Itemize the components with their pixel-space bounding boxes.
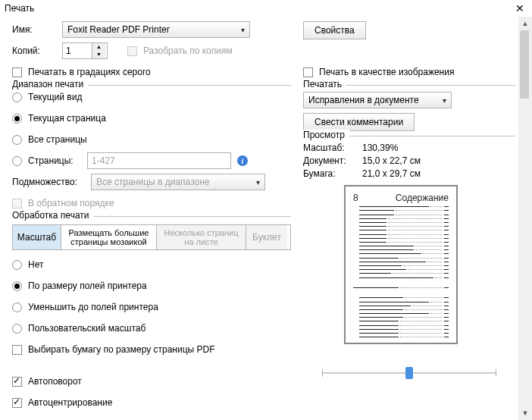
info-icon[interactable]: i [237, 155, 248, 166]
collate-label: Разобрать по копиям [143, 45, 233, 56]
right-panel: Свойства Печать в качестве изображения П… [299, 17, 518, 420]
print-as-image-label: Печать в качестве изображения [319, 67, 454, 77]
doc-value: 15,0 x 22,7 см [362, 155, 421, 166]
scroll-up-icon[interactable]: ▲ [518, 17, 532, 30]
subset-label: Подмножество: [12, 177, 85, 187]
reverse-label: В обратном порядке [28, 198, 114, 208]
tab-multiple: Несколько страниц на листе [157, 225, 246, 249]
radio-all-pages[interactable] [12, 135, 22, 145]
choose-paper-label: Выбирать бумагу по размеру страницы PDF [28, 344, 215, 355]
print-what-select[interactable]: Исправления в документе ▾ [303, 92, 452, 108]
properties-button[interactable]: Свойства [303, 21, 366, 39]
radio-pages[interactable] [12, 156, 22, 166]
copies-stepper[interactable]: ▲ ▼ [62, 42, 108, 59]
window-title: Печать [5, 3, 34, 14]
radio-scale-custom-label: Пользовательский масштаб [28, 323, 146, 334]
print-what-group: Печатать Исправления в документе ▾ Свест… [303, 85, 515, 131]
grayscale-label: Печатать в градациях серого [28, 67, 151, 77]
spin-up-icon[interactable]: ▲ [92, 43, 105, 51]
name-label: Имя: [12, 24, 56, 35]
radio-all-pages-label: Все страницы [28, 134, 87, 145]
paper-label: Бумага: [303, 168, 362, 179]
paper-value: 21,0 x 29,7 см [362, 168, 421, 179]
printer-select-value: Foxit Reader PDF Printer [67, 24, 170, 35]
titlebar: Печать ✕ [0, 0, 532, 17]
print-range-group: Диапазон печати Текущий вид Текущая стра… [12, 85, 291, 212]
choose-paper-checkbox[interactable] [12, 345, 22, 355]
auto-center-label: Автоцентрирование [28, 397, 112, 408]
radio-scale-custom[interactable] [12, 324, 22, 334]
grayscale-checkbox[interactable] [12, 67, 22, 77]
reverse-checkbox [12, 199, 22, 208]
radio-current-page[interactable] [12, 114, 22, 124]
preview-page: 8 Содержание [344, 185, 458, 344]
radio-scale-reduce-label: Уменьшить до полей принтера [28, 302, 158, 312]
radio-scale-fit[interactable] [12, 281, 22, 291]
summarize-button[interactable]: Свести комментарии [303, 113, 415, 131]
auto-rotate-checkbox[interactable] [12, 377, 22, 387]
preview-title: Просмотр [303, 130, 349, 140]
chevron-down-icon: ▾ [443, 96, 446, 105]
radio-current-page-label: Текущая страница [28, 113, 106, 124]
auto-rotate-label: Автоповорот [28, 376, 82, 387]
radio-pages-label: Страницы: [28, 155, 81, 166]
radio-scale-reduce[interactable] [12, 302, 22, 312]
doc-label: Документ: [303, 155, 362, 166]
copies-label: Копий: [12, 45, 56, 56]
chevron-down-icon: ▾ [256, 178, 260, 186]
zoom-value: 130,39% [362, 143, 398, 153]
tab-booklet: Буклет [246, 225, 287, 249]
radio-current-view-label: Текущий вид [28, 92, 82, 102]
copies-input[interactable] [63, 45, 92, 56]
slider-thumb[interactable] [405, 367, 413, 379]
auto-center-checkbox[interactable] [12, 398, 22, 408]
spin-down-icon[interactable]: ▼ [92, 51, 105, 58]
scroll-thumb[interactable] [520, 30, 529, 99]
scroll-track[interactable] [518, 30, 532, 406]
print-what-title: Печатать [303, 79, 346, 89]
vertical-scrollbar[interactable]: ▲ ▼ [518, 17, 532, 420]
pages-input[interactable] [87, 152, 231, 169]
print-as-image-checkbox[interactable] [303, 67, 313, 77]
subset-select[interactable]: Все страницы в диапазоне ▾ [91, 174, 265, 190]
radio-scale-none[interactable] [12, 260, 22, 270]
close-icon[interactable]: ✕ [512, 2, 527, 14]
preview-slider[interactable] [303, 365, 515, 381]
left-panel: Имя: Foxit Reader PDF Printer ▾ Копий: ▲… [0, 17, 299, 420]
preview-group: Просмотр Масштаб: 130,39% Документ: 15,0… [303, 136, 515, 381]
radio-current-view[interactable] [12, 92, 22, 102]
print-handling-title: Обработка печати [12, 210, 94, 221]
zoom-label: Масштаб: [303, 143, 362, 153]
subset-value: Все страницы в диапазоне [96, 177, 209, 187]
handling-tabs: Масштаб Размещать большие страницы мозаи… [12, 224, 291, 250]
printer-select[interactable]: Foxit Reader PDF Printer ▾ [62, 21, 250, 38]
print-range-title: Диапазон печати [12, 79, 88, 89]
print-what-value: Исправления в документе [308, 95, 419, 105]
print-handling-group: Обработка печати Масштаб Размещать больш… [12, 216, 291, 358]
radio-scale-fit-label: По размеру полей принтера [28, 281, 147, 291]
preview-page-head: Содержание [396, 193, 449, 203]
scroll-down-icon[interactable]: ▼ [518, 406, 532, 420]
chevron-down-icon: ▾ [241, 26, 245, 34]
radio-scale-none-label: Нет [28, 259, 43, 270]
collate-checkbox [127, 46, 137, 56]
tab-tile[interactable]: Размещать большие страницы мозаикой [61, 225, 157, 249]
preview-page-num: 8 [353, 193, 358, 203]
tab-scale[interactable]: Масштаб [13, 225, 61, 249]
